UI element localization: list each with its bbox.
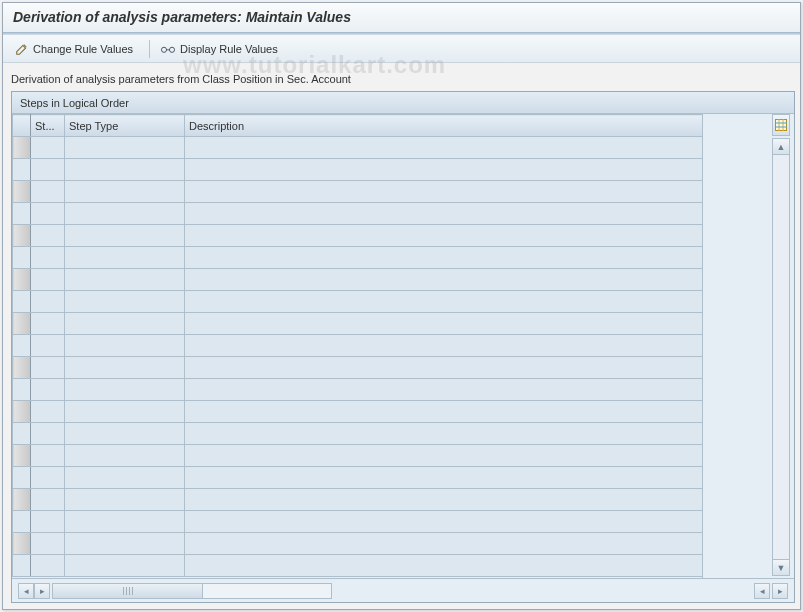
cell-type[interactable] [65,555,185,577]
row-selector[interactable] [13,489,31,511]
cell-st[interactable] [31,203,65,225]
cell-st[interactable] [31,401,65,423]
table-row[interactable] [13,555,703,577]
row-selector[interactable] [13,467,31,489]
row-selector[interactable] [13,269,31,291]
cell-st[interactable] [31,181,65,203]
change-rule-values-button[interactable]: Change Rule Values [9,39,139,59]
cell-type[interactable] [65,313,185,335]
cell-st[interactable] [31,511,65,533]
cell-st[interactable] [31,269,65,291]
row-selector[interactable] [13,159,31,181]
row-selector[interactable] [13,291,31,313]
scroll-down-icon[interactable]: ▼ [773,559,789,575]
cell-st[interactable] [31,247,65,269]
cell-type[interactable] [65,467,185,489]
cell-type[interactable] [65,137,185,159]
configure-columns-button[interactable] [772,114,790,136]
cell-desc[interactable] [185,313,703,335]
cell-desc[interactable] [185,137,703,159]
cell-st[interactable] [31,291,65,313]
cell-type[interactable] [65,335,185,357]
table-row[interactable] [13,203,703,225]
cell-desc[interactable] [185,335,703,357]
cell-st[interactable] [31,137,65,159]
table-row[interactable] [13,401,703,423]
cell-st[interactable] [31,445,65,467]
table-row[interactable] [13,445,703,467]
col-header-st[interactable]: St... [31,115,65,137]
scroll-first-button[interactable]: ◂ [18,583,34,599]
cell-type[interactable] [65,489,185,511]
col-header-desc[interactable]: Description [185,115,703,137]
table-row[interactable] [13,247,703,269]
cell-type[interactable] [65,401,185,423]
table-row[interactable] [13,423,703,445]
scroll-left-button[interactable]: ▸ [34,583,50,599]
cell-desc[interactable] [185,269,703,291]
cell-type[interactable] [65,203,185,225]
row-selector[interactable] [13,533,31,555]
table-row[interactable] [13,357,703,379]
row-selector-header[interactable] [13,115,31,137]
row-selector[interactable] [13,357,31,379]
cell-desc[interactable] [185,489,703,511]
table-row[interactable] [13,291,703,313]
cell-st[interactable] [31,555,65,577]
cell-type[interactable] [65,159,185,181]
table-row[interactable] [13,511,703,533]
table-row[interactable] [13,269,703,291]
h-scroll-track[interactable] [52,583,332,599]
cell-desc[interactable] [185,423,703,445]
cell-type[interactable] [65,357,185,379]
row-selector[interactable] [13,181,31,203]
table-row[interactable] [13,159,703,181]
row-selector[interactable] [13,379,31,401]
cell-st[interactable] [31,533,65,555]
cell-desc[interactable] [185,533,703,555]
cell-desc[interactable] [185,467,703,489]
cell-desc[interactable] [185,291,703,313]
cell-desc[interactable] [185,225,703,247]
row-selector[interactable] [13,335,31,357]
row-selector[interactable] [13,423,31,445]
cell-type[interactable] [65,225,185,247]
table-row[interactable] [13,489,703,511]
cell-type[interactable] [65,423,185,445]
cell-type[interactable] [65,511,185,533]
table-row[interactable] [13,533,703,555]
cell-desc[interactable] [185,247,703,269]
cell-type[interactable] [65,533,185,555]
cell-desc[interactable] [185,401,703,423]
cell-desc[interactable] [185,357,703,379]
cell-st[interactable] [31,357,65,379]
cell-st[interactable] [31,159,65,181]
cell-desc[interactable] [185,379,703,401]
cell-type[interactable] [65,247,185,269]
row-selector[interactable] [13,137,31,159]
cell-type[interactable] [65,291,185,313]
cell-st[interactable] [31,379,65,401]
vertical-scrollbar[interactable]: ▲ ▼ [772,138,790,576]
scroll-last-button[interactable]: ▸ [772,583,788,599]
row-selector[interactable] [13,401,31,423]
row-selector[interactable] [13,555,31,577]
cell-st[interactable] [31,313,65,335]
cell-st[interactable] [31,489,65,511]
cell-st[interactable] [31,225,65,247]
cell-desc[interactable] [185,511,703,533]
h-scroll-thumb[interactable] [53,584,203,598]
cell-desc[interactable] [185,203,703,225]
cell-desc[interactable] [185,181,703,203]
row-selector[interactable] [13,225,31,247]
scroll-up-icon[interactable]: ▲ [773,139,789,155]
col-header-type[interactable]: Step Type [65,115,185,137]
row-selector[interactable] [13,445,31,467]
cell-desc[interactable] [185,445,703,467]
scroll-right-button[interactable]: ◂ [754,583,770,599]
cell-st[interactable] [31,335,65,357]
display-rule-values-button[interactable]: Display Rule Values [154,39,284,59]
cell-st[interactable] [31,467,65,489]
row-selector[interactable] [13,511,31,533]
table-row[interactable] [13,335,703,357]
